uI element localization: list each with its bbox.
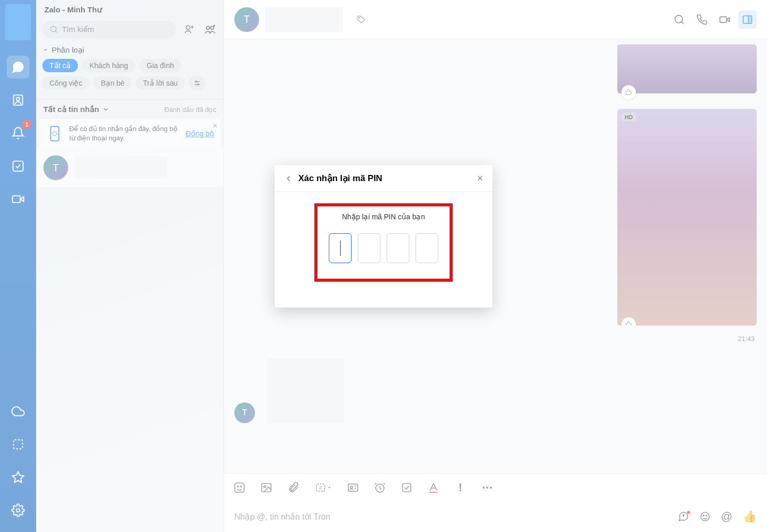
pin-prompt: Nhập lại mã PIN của bạn — [329, 213, 438, 221]
dialog-back-button[interactable] — [284, 174, 293, 183]
pin-confirm-dialog: Xác nhận lại mã PIN × Nhập lại mã PIN củ… — [275, 165, 492, 308]
pin-digit-2[interactable] — [358, 233, 380, 263]
modal-overlay: Xác nhận lại mã PIN × Nhập lại mã PIN củ… — [0, 0, 767, 532]
pin-highlight-box: Nhập lại mã PIN của bạn — [314, 203, 453, 282]
pin-digit-3[interactable] — [387, 233, 409, 263]
pin-digit-1[interactable] — [329, 233, 351, 263]
pin-input-group — [329, 233, 438, 263]
dialog-close-button[interactable]: × — [477, 172, 483, 184]
dialog-title: Xác nhận lại mã PIN — [298, 173, 477, 184]
pin-digit-4[interactable] — [416, 233, 438, 263]
